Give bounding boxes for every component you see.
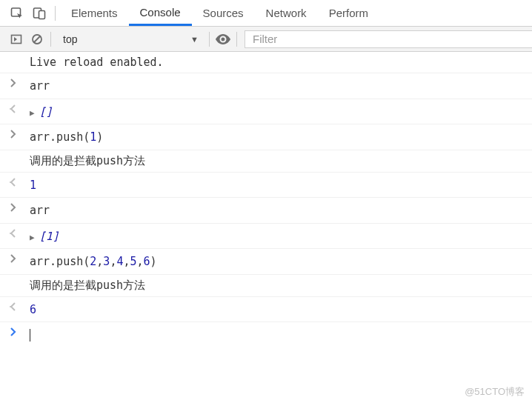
tab-sources[interactable]: Sources: [192, 0, 255, 26]
output-value: 1: [22, 176, 532, 194]
log-text: 调用的是拦截push方法: [30, 279, 145, 293]
input-code: arr.push(1): [22, 128, 532, 146]
input-code: arr.push(2,3,4,5,6): [22, 253, 532, 270]
disclosure-triangle-icon[interactable]: ▶: [30, 107, 35, 120]
console-output-line: ▶[]: [0, 99, 532, 125]
watermark: @51CTO博客: [465, 385, 525, 399]
console-prompt-line[interactable]: [0, 322, 532, 347]
chevron-down-icon: ▼: [190, 35, 199, 44]
context-selector[interactable]: top ▼: [54, 30, 206, 48]
console-output-line: 6: [0, 297, 532, 323]
console-input-line: arr.push(2,3,4,5,6): [0, 249, 532, 275]
input-code: arr: [22, 77, 532, 95]
console-input-line: arr.push(1): [0, 124, 532, 150]
console-log-line: 调用的是拦截push方法: [0, 275, 532, 297]
svg-point-9: [10, 306, 11, 307]
live-expression-icon[interactable]: [213, 27, 233, 52]
console-input-line: arr: [0, 73, 532, 99]
svg-point-8: [10, 233, 11, 234]
input-marker-icon: [4, 128, 22, 139]
output-marker-icon: [4, 227, 22, 238]
output-value[interactable]: ▶[1]: [22, 227, 532, 245]
input-marker-icon: [4, 77, 22, 87]
svg-point-7: [10, 181, 11, 183]
console-output-line: 1: [0, 173, 532, 199]
disclosure-triangle-icon[interactable]: ▶: [30, 232, 35, 244]
prompt-marker-icon: [4, 326, 22, 336]
input-marker-icon: [4, 253, 22, 263]
console-input-line: arr: [0, 198, 532, 224]
log-text: 调用的是拦截push方法: [30, 154, 145, 168]
prompt-input[interactable]: [22, 326, 532, 344]
console-log-line: Live reload enabled.: [0, 52, 532, 73]
output-marker-icon: [4, 301, 22, 311]
text-cursor: [30, 329, 30, 342]
clear-console-icon[interactable]: [27, 27, 47, 52]
input-marker-icon: [4, 202, 22, 212]
console-output: Live reload enabled. arr ▶[] arr.push(1)…: [0, 52, 532, 347]
devtools-tabbar: Elements Console Sources Network Perform: [0, 0, 532, 27]
filter-input[interactable]: Filter: [245, 30, 532, 48]
log-text: Live reload enabled.: [30, 56, 164, 69]
output-value[interactable]: ▶[]: [22, 103, 532, 121]
inspect-icon[interactable]: [6, 0, 28, 27]
device-toggle-icon[interactable]: [28, 0, 50, 27]
svg-line-5: [34, 36, 40, 42]
console-log-line: 调用的是拦截push方法: [0, 150, 532, 173]
output-marker-icon: [4, 103, 22, 113]
output-value: 6: [22, 301, 532, 319]
tab-elements[interactable]: Elements: [60, 0, 129, 26]
tab-performance[interactable]: Perform: [318, 0, 379, 26]
console-toolbar: top ▼ Filter: [0, 27, 532, 52]
separator: [209, 32, 210, 47]
separator: [50, 32, 51, 47]
separator: [55, 6, 56, 21]
tab-network[interactable]: Network: [255, 0, 318, 26]
output-marker-icon: [4, 176, 22, 187]
svg-point-6: [10, 108, 11, 110]
separator: [236, 32, 237, 47]
filter-placeholder: Filter: [253, 33, 277, 45]
context-label: top: [63, 33, 77, 45]
sidebar-toggle-icon[interactable]: [6, 27, 27, 52]
input-code: arr: [22, 202, 532, 219]
console-output-line: ▶[1]: [0, 224, 532, 250]
tabs: Elements Console Sources Network Perform: [60, 0, 379, 26]
svg-rect-2: [39, 10, 45, 19]
tab-console[interactable]: Console: [129, 0, 192, 26]
